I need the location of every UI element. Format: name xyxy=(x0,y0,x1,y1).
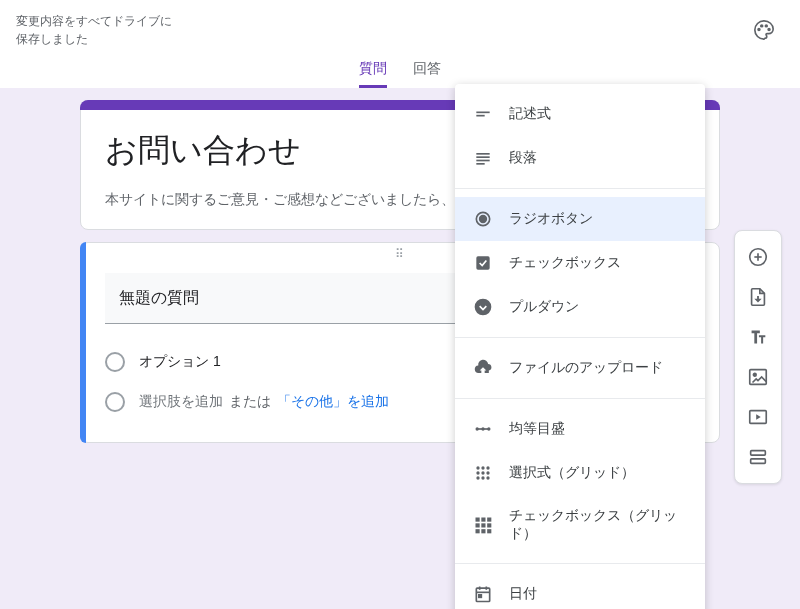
add-title-button[interactable] xyxy=(740,319,776,355)
menu-label: チェックボックス（グリッド） xyxy=(509,507,687,543)
video-icon xyxy=(747,406,769,428)
svg-rect-45 xyxy=(487,529,491,533)
svg-rect-39 xyxy=(487,518,491,522)
svg-point-29 xyxy=(481,466,484,469)
short-text-icon xyxy=(473,104,493,124)
svg-rect-19 xyxy=(476,163,484,165)
import-questions-button[interactable] xyxy=(740,279,776,315)
svg-point-3 xyxy=(768,29,770,31)
svg-point-10 xyxy=(753,373,756,376)
add-section-button[interactable] xyxy=(740,439,776,475)
menu-item-checkboxes[interactable]: チェックボックス xyxy=(455,241,705,285)
svg-point-35 xyxy=(481,476,484,479)
menu-label: ラジオボタン xyxy=(509,210,593,228)
menu-divider xyxy=(455,398,705,399)
svg-rect-41 xyxy=(481,523,485,527)
option-label[interactable]: オプション 1 xyxy=(139,353,221,371)
dropdown-icon xyxy=(473,297,493,317)
paragraph-icon xyxy=(473,148,493,168)
menu-label: 日付 xyxy=(509,585,537,603)
radio-icon xyxy=(105,352,125,372)
svg-rect-22 xyxy=(476,256,489,269)
menu-item-dropdown[interactable]: プルダウン xyxy=(455,285,705,329)
svg-point-34 xyxy=(476,476,479,479)
calendar-icon xyxy=(473,584,493,604)
svg-point-1 xyxy=(761,25,763,27)
cloud-upload-icon xyxy=(473,358,493,378)
menu-item-paragraph[interactable]: 段落 xyxy=(455,136,705,180)
question-title-input[interactable] xyxy=(105,273,489,324)
question-type-menu: 記述式 段落 ラジオボタン チェックボックス プルダウン ファイルのアップロード… xyxy=(455,84,705,609)
svg-point-36 xyxy=(486,476,489,479)
svg-rect-15 xyxy=(476,115,484,117)
svg-point-32 xyxy=(481,471,484,474)
svg-rect-43 xyxy=(476,529,480,533)
svg-point-23 xyxy=(476,300,491,315)
menu-label: チェックボックス xyxy=(509,254,621,272)
tab-responses[interactable]: 回答 xyxy=(413,60,441,88)
svg-rect-27 xyxy=(477,428,489,430)
menu-item-multiple-choice[interactable]: ラジオボタン xyxy=(455,197,705,241)
svg-point-30 xyxy=(486,466,489,469)
radio-selected-icon xyxy=(473,209,493,229)
menu-item-short-answer[interactable]: 記述式 xyxy=(455,92,705,136)
svg-rect-42 xyxy=(487,523,491,527)
svg-rect-17 xyxy=(476,156,489,158)
svg-rect-13 xyxy=(751,459,766,464)
svg-rect-40 xyxy=(476,523,480,527)
menu-label: ファイルのアップロード xyxy=(509,359,663,377)
menu-divider xyxy=(455,337,705,338)
svg-rect-18 xyxy=(476,160,489,162)
svg-rect-12 xyxy=(751,451,766,456)
menu-divider xyxy=(455,188,705,189)
text-icon xyxy=(747,326,769,348)
svg-rect-16 xyxy=(476,153,489,155)
palette-icon xyxy=(753,19,775,41)
checkbox-icon xyxy=(473,253,493,273)
menu-label: プルダウン xyxy=(509,298,579,316)
menu-label: 記述式 xyxy=(509,105,551,123)
section-icon xyxy=(747,446,769,468)
drag-handle-icon[interactable]: ⠿ xyxy=(395,247,406,261)
menu-item-date[interactable]: 日付 xyxy=(455,572,705,609)
svg-point-2 xyxy=(765,25,767,27)
save-status-line1: 変更内容をすべてドライブに xyxy=(16,12,172,30)
add-question-button[interactable] xyxy=(740,239,776,275)
add-video-button[interactable] xyxy=(740,399,776,435)
floating-toolbar xyxy=(734,230,782,484)
svg-rect-44 xyxy=(481,529,485,533)
plus-circle-icon xyxy=(747,246,769,268)
menu-item-grid-cb[interactable]: チェックボックス（グリッド） xyxy=(455,495,705,555)
customize-theme-button[interactable] xyxy=(744,10,784,50)
svg-point-33 xyxy=(486,471,489,474)
radio-icon xyxy=(105,392,125,412)
menu-divider xyxy=(455,563,705,564)
menu-label: 選択式（グリッド） xyxy=(509,464,635,482)
menu-item-grid-mc[interactable]: 選択式（グリッド） xyxy=(455,451,705,495)
svg-rect-14 xyxy=(476,112,489,114)
svg-point-28 xyxy=(476,466,479,469)
svg-point-31 xyxy=(476,471,479,474)
svg-rect-50 xyxy=(479,595,482,598)
import-icon xyxy=(747,286,769,308)
add-option-button[interactable]: 選択肢を追加 xyxy=(139,393,223,411)
save-status-line2: 保存しました xyxy=(16,30,172,48)
linear-scale-icon xyxy=(473,419,493,439)
svg-rect-37 xyxy=(476,518,480,522)
or-text: または xyxy=(229,393,271,411)
svg-point-0 xyxy=(758,29,760,31)
grid-radio-icon xyxy=(473,463,493,483)
image-icon xyxy=(747,366,769,388)
menu-label: 均等目盛 xyxy=(509,420,565,438)
grid-checkbox-icon xyxy=(473,515,493,535)
svg-rect-38 xyxy=(481,518,485,522)
save-status: 変更内容をすべてドライブに 保存しました xyxy=(16,12,172,48)
header-bar: 変更内容をすべてドライブに 保存しました xyxy=(0,0,800,60)
add-other-button[interactable]: 「その他」を追加 xyxy=(277,393,389,411)
menu-item-file-upload[interactable]: ファイルのアップロード xyxy=(455,346,705,390)
tab-questions[interactable]: 質問 xyxy=(359,60,387,88)
svg-point-21 xyxy=(480,216,487,223)
add-image-button-toolbar[interactable] xyxy=(740,359,776,395)
menu-label: 段落 xyxy=(509,149,537,167)
menu-item-linear-scale[interactable]: 均等目盛 xyxy=(455,407,705,451)
